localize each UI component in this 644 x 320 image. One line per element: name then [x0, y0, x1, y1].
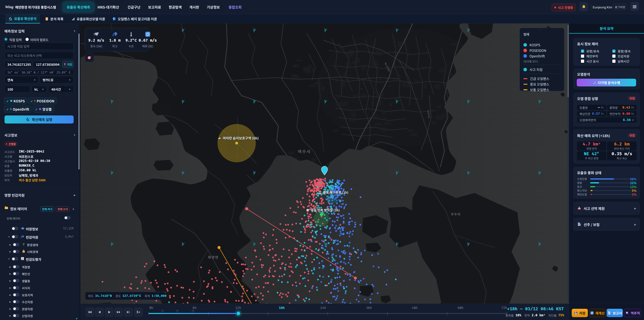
svg-text:$: $ [23, 251, 24, 253]
